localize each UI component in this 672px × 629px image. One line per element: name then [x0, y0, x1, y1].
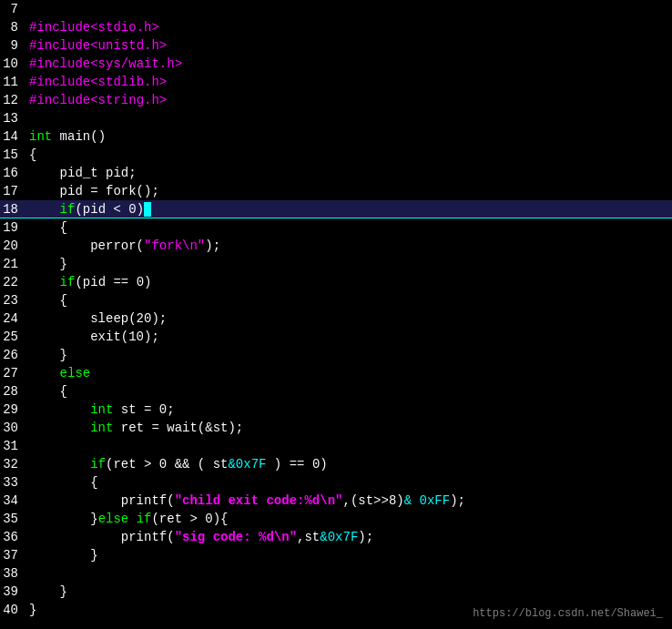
line-number: 24	[0, 311, 25, 326]
code-token: );	[450, 493, 465, 508]
code-token: if	[137, 512, 152, 526]
line-content: int main()	[25, 129, 672, 144]
line-content: {	[25, 147, 672, 162]
line-content: #include<sys/wait.h>	[25, 56, 672, 71]
code-token: int	[90, 421, 113, 435]
line-number: 16	[0, 166, 25, 180]
code-line: 18 if(pid < 0)	[0, 200, 672, 218]
code-token: }	[29, 584, 67, 599]
line-number: 25	[0, 330, 25, 344]
code-line: 11#include<stdlib.h>	[0, 73, 672, 91]
line-content: }else if(ret > 0){	[25, 512, 672, 526]
line-number: 30	[0, 421, 25, 435]
code-token: }	[29, 348, 67, 362]
code-token	[29, 366, 60, 380]
code-token: int	[90, 402, 113, 417]
line-number: 32	[0, 457, 25, 472]
code-token: ,(st>>8)	[342, 493, 403, 508]
code-token: if	[60, 275, 76, 289]
line-number: 15	[0, 147, 25, 162]
line-number: 29	[0, 402, 25, 417]
line-content: sleep(20);	[25, 311, 672, 326]
code-line: 15{	[0, 146, 672, 164]
code-token: #include	[29, 20, 90, 35]
code-token: sleep(20);	[29, 311, 167, 326]
line-content: #include<stdio.h>	[25, 20, 672, 35]
code-line: 20 perror("fork\n");	[0, 237, 672, 255]
code-token: else	[98, 512, 137, 526]
code-token: printf(	[29, 493, 175, 508]
code-line: 22 if(pid == 0)	[0, 273, 672, 291]
line-number: 9	[0, 38, 25, 53]
code-line: 35 }else if(ret > 0){	[0, 510, 672, 528]
code-token: {	[29, 220, 67, 235]
code-token: #include	[29, 38, 90, 53]
code-token: main()	[52, 129, 106, 144]
code-token: }	[29, 548, 98, 563]
code-token: pid = fork();	[29, 184, 159, 198]
code-token: ) == 0)	[266, 457, 327, 472]
code-token: else	[60, 366, 91, 380]
code-token: {	[29, 147, 36, 162]
code-token: <string.h>	[90, 93, 167, 107]
line-content: }	[25, 348, 672, 362]
code-token: (pid == 0)	[75, 275, 151, 289]
line-number: 37	[0, 548, 25, 563]
code-line: 37 }	[0, 546, 672, 564]
line-number: 27	[0, 366, 25, 380]
code-token: {	[29, 384, 67, 399]
line-number: 36	[0, 530, 25, 544]
line-content: pid_t pid;	[25, 166, 672, 180]
code-token: )	[137, 202, 144, 217]
code-editor: 7 8#include<stdio.h>9#include<unistd.h>1…	[0, 0, 672, 629]
code-token: & 0xFF	[404, 493, 450, 508]
line-content: #include<unistd.h>	[25, 38, 672, 53]
code-token: }	[29, 603, 36, 617]
line-number: 8	[0, 20, 25, 35]
code-line: 13	[0, 109, 672, 127]
code-line: 34 printf("child exit code:%d\n",(st>>8)…	[0, 492, 672, 510]
line-content: else	[25, 366, 672, 380]
code-line: 16 pid_t pid;	[0, 164, 672, 182]
code-token: (	[75, 202, 82, 217]
code-line: 39 }	[0, 583, 672, 601]
code-token: (ret > 0){	[151, 512, 228, 526]
line-content: int st = 0;	[25, 402, 672, 417]
line-content: exit(10);	[25, 330, 672, 344]
code-token	[29, 457, 90, 472]
line-content: }	[25, 548, 672, 563]
code-line: 21 }	[0, 255, 672, 273]
line-content: printf("sig code: %d\n",st&0x7F);	[25, 530, 672, 544]
line-number: 20	[0, 238, 25, 253]
code-token: ,st	[297, 530, 320, 544]
code-line: 33 {	[0, 473, 672, 492]
line-content: if(pid == 0)	[25, 275, 672, 289]
code-token: "fork\n"	[144, 238, 205, 253]
code-token	[29, 402, 90, 417]
line-content	[25, 2, 672, 16]
code-line: 8#include<stdio.h>	[0, 18, 672, 36]
line-number: 11	[0, 75, 25, 89]
code-line: 12#include<string.h>	[0, 91, 672, 109]
code-line: 31	[0, 437, 672, 455]
code-token: <stdlib.h>	[90, 75, 167, 89]
code-token: pid < 0	[83, 202, 137, 217]
code-line: 26 }	[0, 346, 672, 364]
code-token: if	[90, 457, 106, 472]
code-token: &0x7F	[228, 457, 266, 472]
line-content	[25, 566, 672, 581]
code-token: exit(10);	[29, 330, 159, 344]
code-line: 24 sleep(20);	[0, 309, 672, 328]
line-number: 7	[0, 2, 25, 16]
line-content: {	[25, 220, 672, 235]
line-content: #include<string.h>	[25, 93, 672, 107]
line-number: 22	[0, 275, 25, 289]
code-line: 32 if(ret > 0 && ( st&0x7F ) == 0)	[0, 455, 672, 473]
code-line: 28 {	[0, 382, 672, 401]
line-content: }	[25, 584, 672, 599]
code-token: {	[29, 475, 98, 490]
line-content: pid = fork();	[25, 184, 672, 198]
line-number: 17	[0, 184, 25, 198]
line-number: 34	[0, 493, 25, 508]
code-line: 30 int ret = wait(&st);	[0, 419, 672, 437]
